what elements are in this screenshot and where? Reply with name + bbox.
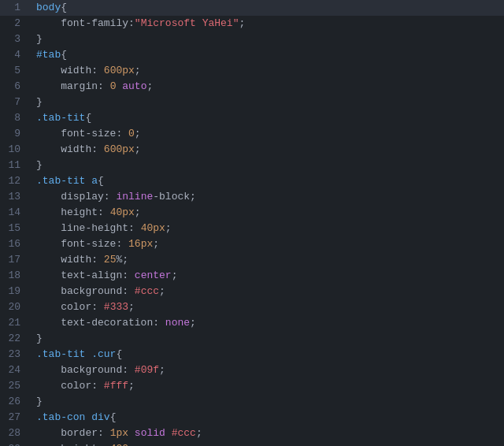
code-token: ;	[159, 364, 165, 376]
code-line: 14 height: 40px;	[0, 205, 504, 221]
code-token: height	[36, 206, 98, 218]
code-token: ;	[190, 191, 196, 203]
code-token: #tab	[36, 49, 61, 61]
line-content: width: 600px;	[33, 63, 504, 79]
code-line: 26}	[0, 394, 504, 410]
line-content: body{	[33, 0, 504, 16]
line-content: height: 400px;	[33, 441, 504, 446]
line-number: 23	[0, 347, 33, 362]
code-line: 24 background: #09f;	[0, 362, 504, 378]
code-token: ;	[159, 285, 165, 297]
code-line: 28 border: 1px solid #ccc;	[0, 426, 504, 441]
code-token: inline	[116, 191, 153, 203]
line-number: 4	[0, 47, 33, 63]
code-token: #333	[104, 301, 128, 313]
code-token: 600px	[104, 143, 135, 155]
code-token: :	[116, 238, 128, 250]
line-number: 25	[0, 378, 33, 394]
line-number: 18	[0, 268, 33, 284]
line-content: #tab{	[33, 47, 504, 63]
code-line: 11}	[0, 158, 504, 173]
line-number: 14	[0, 205, 33, 221]
code-token: :	[153, 317, 165, 329]
line-number: 17	[0, 252, 33, 268]
code-token: font-family	[36, 17, 128, 29]
code-line: 10 width: 600px;	[0, 142, 504, 158]
code-token: 16px	[128, 238, 153, 250]
code-token: :	[98, 427, 110, 439]
code-token	[165, 427, 172, 439]
code-token: {	[61, 49, 67, 61]
line-number: 6	[0, 79, 33, 95]
line-content: .tab-con div{	[33, 410, 504, 426]
code-token: 40px	[110, 206, 135, 218]
line-content: .tab-tit a{	[33, 173, 504, 189]
code-token: display	[36, 191, 104, 203]
code-token: }	[36, 396, 43, 407]
line-content: height: 40px;	[33, 205, 504, 221]
line-number: 5	[0, 63, 33, 79]
code-token: text-decoration	[36, 317, 153, 329]
code-token: ;	[128, 301, 135, 313]
code-token: color	[36, 301, 91, 313]
line-number: 13	[0, 189, 33, 205]
code-token: :	[98, 206, 110, 218]
code-token: :	[104, 191, 117, 203]
code-token: :	[116, 128, 128, 139]
code-token: :	[91, 65, 104, 76]
line-content: display: inline-block;	[33, 189, 504, 205]
code-token: width	[36, 65, 91, 76]
code-token: ;	[122, 254, 128, 266]
code-token: :	[91, 143, 104, 155]
code-token: line-height	[36, 222, 128, 234]
code-token: {	[116, 348, 122, 360]
code-line: 20 color: #333;	[0, 299, 504, 315]
line-content: border: 1px solid #ccc;	[33, 426, 504, 441]
code-token: .tab-tit	[36, 112, 85, 124]
code-token: :	[128, 222, 141, 234]
code-token: ;	[141, 443, 147, 446]
code-token: ;	[128, 380, 135, 392]
code-token: }	[36, 33, 43, 45]
code-line: 21 text-decoration: none;	[0, 315, 504, 331]
line-content: }	[33, 158, 504, 173]
code-token: font-size	[36, 238, 116, 250]
line-number: 9	[0, 126, 33, 142]
code-line: 16 font-size: 16px;	[0, 236, 504, 252]
code-line: 4#tab{	[0, 47, 504, 63]
code-line: 13 display: inline-block;	[0, 189, 504, 205]
code-token: center	[135, 269, 172, 281]
code-token: :	[122, 269, 135, 281]
line-number: 12	[0, 173, 33, 189]
line-number: 15	[0, 221, 33, 236]
code-token: #ccc	[172, 427, 196, 439]
code-line: 8.tab-tit{	[0, 110, 504, 126]
line-number: 19	[0, 284, 33, 299]
code-token: :	[98, 443, 110, 446]
code-token: auto	[122, 80, 146, 92]
line-number: 2	[0, 16, 33, 32]
code-line: 29 height: 400px;	[0, 441, 504, 446]
line-number: 27	[0, 410, 33, 426]
line-number: 10	[0, 142, 33, 158]
code-line: 7}	[0, 95, 504, 110]
code-line: 19 background: #ccc;	[0, 284, 504, 299]
code-token: solid	[135, 427, 165, 439]
code-token: ;	[196, 427, 202, 439]
code-token: {	[85, 112, 91, 124]
code-token: background	[36, 364, 122, 376]
code-token: ;	[146, 80, 153, 92]
line-content: .tab-tit .cur{	[33, 347, 504, 362]
code-token: ;	[135, 128, 141, 139]
line-content: }	[33, 32, 504, 47]
line-content: color: #333;	[33, 299, 504, 315]
line-number: 7	[0, 95, 33, 110]
line-content: width: 25%;	[33, 252, 504, 268]
code-token: -block	[153, 191, 190, 203]
code-token: ;	[172, 269, 178, 281]
line-content: background: #09f;	[33, 362, 504, 378]
line-number: 11	[0, 158, 33, 173]
code-token: ;	[153, 238, 159, 250]
line-number: 1	[0, 0, 33, 16]
line-number: 24	[0, 362, 33, 378]
